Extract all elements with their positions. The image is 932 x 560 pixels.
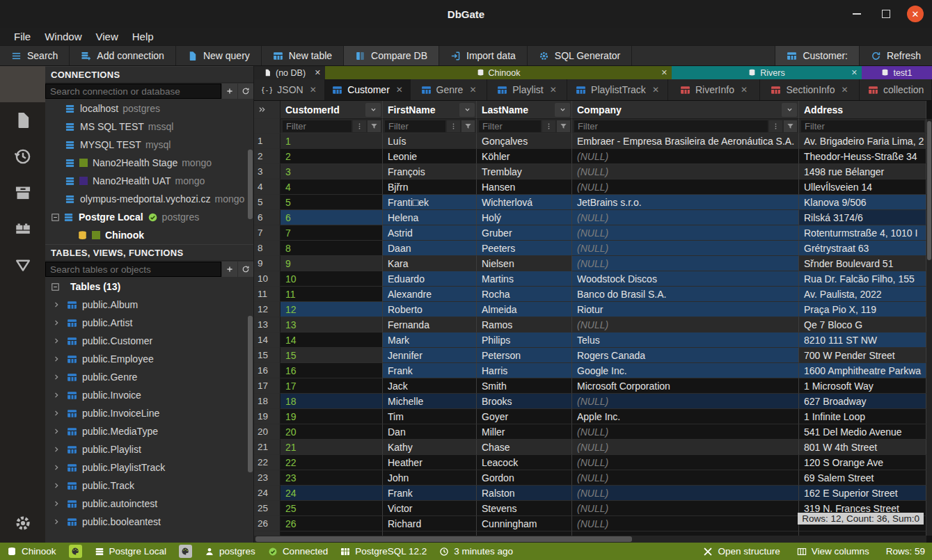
chevron-right-icon[interactable]: [52, 337, 61, 345]
cell-lastname[interactable]: Almeida: [477, 302, 572, 317]
cell-company[interactable]: JetBrains s.r.o.: [572, 195, 799, 210]
tab-close-icon[interactable]: ✕: [550, 85, 557, 95]
cell-customerid[interactable]: 8: [281, 241, 383, 256]
cell-firstname[interactable]: Tim: [383, 409, 477, 424]
connection-item-nano2health-uat[interactable]: Nano2Health UATmongo: [45, 172, 253, 190]
cell-lastname[interactable]: Gordon: [477, 470, 572, 486]
connection-item-localhost[interactable]: localhostpostgres: [45, 99, 253, 118]
connection-item-mysql-test[interactable]: MYSQL TESTmysql: [45, 136, 253, 154]
chevron-right-icon[interactable]: [52, 373, 61, 381]
cell-lastname[interactable]: Peeters: [477, 241, 572, 256]
cell-address[interactable]: Av. Paulista, 2022: [799, 287, 926, 302]
cell-company[interactable]: (NULL): [572, 394, 799, 409]
menu-help[interactable]: Help: [125, 31, 161, 42]
row-number[interactable]: 25: [254, 501, 281, 516]
palette-badge[interactable]: [179, 545, 192, 558]
row-number[interactable]: 6: [254, 210, 281, 225]
cell-address[interactable]: Av. Brigadeiro Faria Lima, 2: [799, 134, 926, 149]
cell-lastname[interactable]: Chase: [477, 440, 572, 455]
connections-scrollbar-thumb[interactable]: [248, 150, 253, 219]
table-item-public-artist[interactable]: public.Artist: [45, 314, 253, 332]
cell-company[interactable]: Telus: [572, 333, 799, 348]
cell-firstname[interactable]: Fernanda: [383, 317, 477, 333]
connection-item-ms-sql-test[interactable]: MS SQL TESTmssql: [45, 118, 253, 136]
column-header-address[interactable]: Address: [799, 101, 926, 119]
row-number[interactable]: 12: [254, 302, 281, 317]
cell-address[interactable]: Theodor-Heuss-Straße 34: [799, 149, 926, 164]
tab-group-close-icon[interactable]: ✕: [851, 68, 858, 77]
cell-firstname[interactable]: Helena: [383, 210, 477, 225]
table-item-public-autoinctest[interactable]: public.autoinctest: [45, 495, 253, 513]
status-rows-59[interactable]: Rows: 59: [886, 546, 925, 557]
add-connection-plus-button[interactable]: [221, 83, 237, 99]
cell-address[interactable]: Grétrystraat 63: [799, 241, 926, 256]
cell-firstname[interactable]: John: [383, 470, 477, 486]
cell-company[interactable]: (NULL): [572, 164, 799, 179]
widget-filter-triangle-button[interactable]: [0, 247, 45, 283]
cell-customerid[interactable]: 10: [281, 271, 383, 287]
toolbar-button-import-data[interactable]: Import data: [439, 46, 528, 65]
cell-company[interactable]: (NULL): [572, 440, 799, 455]
cell-firstname[interactable]: Frank: [383, 486, 477, 501]
status-3-minutes-ago[interactable]: 3 minutes ago: [439, 546, 513, 557]
cell-firstname[interactable]: Leonie: [383, 149, 477, 164]
cell-address[interactable]: Qe 7 Bloco G: [799, 317, 926, 333]
widget-history-button[interactable]: [0, 138, 45, 175]
cell-customerid[interactable]: 26: [281, 516, 383, 531]
cell-address[interactable]: Rotenturmstraße 4, 1010 I: [799, 225, 926, 241]
column-sort-dropdown[interactable]: [365, 103, 381, 117]
cell-customerid[interactable]: 7: [281, 225, 383, 241]
cell-customerid[interactable]: 23: [281, 470, 383, 486]
cell-customerid[interactable]: 14: [281, 333, 383, 348]
cell-lastname[interactable]: Leacock: [477, 455, 572, 470]
tab-collection[interactable]: collection✕: [860, 79, 932, 100]
tab-close-icon[interactable]: ✕: [741, 85, 748, 95]
chevron-right-icon[interactable]: [52, 301, 61, 309]
widget-settings-button[interactable]: [0, 504, 45, 543]
double-chevron-icon[interactable]: [258, 105, 267, 114]
cell-lastname[interactable]: Wichterlová: [477, 195, 572, 210]
cell-customerid[interactable]: 5: [281, 195, 383, 210]
cell-customerid[interactable]: 24: [281, 486, 383, 501]
cell-customerid[interactable]: 13: [281, 317, 383, 333]
cell-company[interactable]: (NULL): [572, 149, 799, 164]
tab-group-close-icon[interactable]: ✕: [661, 68, 668, 77]
toolbar-button-add-connection[interactable]: Add connection: [70, 46, 176, 65]
connections-search-input[interactable]: [45, 83, 221, 99]
cell-company[interactable]: (NULL): [572, 241, 799, 256]
cell-customerid[interactable]: 19: [281, 409, 383, 424]
table-item-public-genre[interactable]: public.Genre: [45, 368, 253, 386]
status-postgres[interactable]: postgres: [205, 546, 255, 557]
menu-file[interactable]: File: [7, 31, 38, 42]
row-number[interactable]: 19: [254, 409, 281, 424]
horizontal-scrollbar[interactable]: [254, 536, 926, 543]
minus-box-icon[interactable]: [51, 282, 60, 291]
cell-company[interactable]: Embraer - Empresa Brasileira de Aeronáut…: [572, 134, 799, 149]
row-number[interactable]: 23: [254, 470, 281, 486]
cell-address[interactable]: UllevÍlsveien 14: [799, 179, 926, 195]
table-item-public-playlisttrack[interactable]: public.PlaylistTrack: [45, 458, 253, 477]
toolbar-button-refresh[interactable]: Refresh: [859, 46, 932, 65]
table-item-public-customer[interactable]: public.Customer: [45, 332, 253, 350]
vertical-scrollbar-thumb[interactable]: [927, 121, 931, 260]
table-item-public-track[interactable]: public.Track: [45, 477, 253, 495]
connection-item-olympus-medportal-vychozi-cz[interactable]: olympus-medportal.vychozi.czmongo: [45, 190, 253, 208]
cell-address[interactable]: Rilská 3174/6: [799, 210, 926, 225]
tab-group-chinook[interactable]: Chinook✕: [325, 66, 672, 79]
cell-lastname[interactable]: Miller: [477, 424, 572, 440]
cell-company[interactable]: Woodstock Discos: [572, 271, 799, 287]
cell-lastname[interactable]: Tremblay: [477, 164, 572, 179]
column-header-lastname[interactable]: LastName: [477, 101, 572, 119]
tab-close-icon[interactable]: ✕: [469, 85, 476, 95]
tab-close-icon[interactable]: ✕: [842, 85, 848, 95]
connection-item-nano2health-stage[interactable]: Nano2Health Stagemongo: [45, 154, 253, 172]
table-item-public-employee[interactable]: public.Employee: [45, 350, 253, 368]
widget-file-button[interactable]: [0, 102, 45, 138]
cell-customerid[interactable]: 2: [281, 149, 383, 164]
row-number[interactable]: 4: [254, 179, 281, 195]
minus-box-icon[interactable]: [51, 213, 60, 222]
cell-company[interactable]: (NULL): [572, 470, 799, 486]
cell-lastname[interactable]: Ralston: [477, 486, 572, 501]
row-number[interactable]: 3: [254, 164, 281, 179]
cell-address[interactable]: 120 S Orange Ave: [799, 455, 926, 470]
